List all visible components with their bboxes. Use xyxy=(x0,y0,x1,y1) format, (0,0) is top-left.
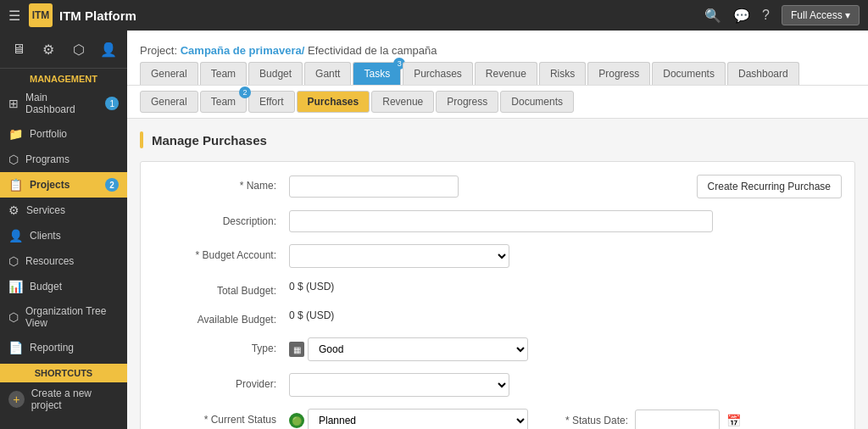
sidebar-label: Projects xyxy=(30,179,70,191)
org-tree-icon: ⬡ xyxy=(8,310,19,324)
type-control: ▦ Good Service xyxy=(289,337,842,361)
sidebar-label: Portfolio xyxy=(30,128,67,140)
sidebar-item-reporting[interactable]: 📄 Reporting xyxy=(0,335,127,360)
name-control: Create Recurring Purchase xyxy=(289,175,842,198)
sidebar-label: Resources xyxy=(25,255,74,267)
description-control xyxy=(289,210,842,232)
sub-tab-team[interactable]: Team 2 xyxy=(200,91,247,113)
tab-general[interactable]: General xyxy=(140,62,198,85)
help-icon[interactable]: ? xyxy=(762,8,770,23)
available-budget-row: Available Budget: 0 $ (USD) xyxy=(153,309,842,326)
create-recurring-button[interactable]: Create Recurring Purchase xyxy=(697,175,842,198)
full-access-button[interactable]: Full Access ▾ xyxy=(782,5,860,25)
sub-tabs: General Team 2 Effort Purchases Revenue … xyxy=(127,86,868,119)
sidebar-label: Organization Tree View xyxy=(25,305,119,329)
project-label: Project: xyxy=(140,44,177,57)
sidebar-label: Programs xyxy=(25,153,70,165)
sub-tab-documents[interactable]: Documents xyxy=(500,91,574,113)
project-sub: Efectividad de la campaña xyxy=(308,44,437,57)
manage-purchases-title: Manage Purchases xyxy=(152,133,267,148)
description-input[interactable] xyxy=(289,210,713,232)
sidebar-item-org-tree[interactable]: ⬡ Organization Tree View xyxy=(0,299,127,335)
sidebar-badge-1: 1 xyxy=(105,97,119,110)
sidebar-item-services[interactable]: ⚙ Services xyxy=(0,198,127,223)
tab-purchases[interactable]: Purchases xyxy=(403,62,473,85)
type-label: Type: xyxy=(153,337,289,354)
main-content: Project: Campaña de primavera/ Efectivid… xyxy=(127,31,868,429)
total-budget-label: Total Budget: xyxy=(153,280,289,297)
status-row: * Current Status 🟢 Planned In Progress D… xyxy=(153,409,842,429)
sidebar-icon-person[interactable]: 👤 xyxy=(97,37,120,61)
title-bar-accent xyxy=(140,131,143,148)
programs-icon: ⬡ xyxy=(8,153,19,166)
available-budget-control: 0 $ (USD) xyxy=(289,309,842,321)
team-badge: 2 xyxy=(239,86,251,98)
sidebar-item-budget[interactable]: 📊 Budget xyxy=(0,274,127,299)
manage-purchases-title-bar: Manage Purchases xyxy=(140,131,855,148)
sub-tab-effort[interactable]: Effort xyxy=(248,91,294,113)
current-status-select[interactable]: Planned In Progress Done xyxy=(308,409,528,429)
provider-select[interactable] xyxy=(289,373,509,397)
description-row: Description: xyxy=(153,210,842,232)
sidebar-section-label: MANAGEMENT xyxy=(0,69,127,86)
sidebar-item-projects[interactable]: 📋 Projects 2 xyxy=(0,172,127,198)
sub-tab-revenue[interactable]: Revenue xyxy=(371,91,434,113)
sidebar-icon-hex[interactable]: ⬡ xyxy=(67,37,91,61)
type-row: Type: ▦ Good Service xyxy=(153,337,842,361)
content-area: Manage Purchases * Name: Create Recurrin… xyxy=(127,119,868,429)
tab-progress[interactable]: Progress xyxy=(587,62,650,85)
topbar: ☰ ITM ITM Platform 🔍 💬 ? Full Access ▾ xyxy=(0,0,868,31)
budget-account-control xyxy=(289,244,842,268)
search-icon[interactable]: 🔍 xyxy=(704,8,721,24)
sidebar-icon-monitor[interactable]: 🖥 xyxy=(7,37,31,61)
tab-tasks[interactable]: Tasks 3 xyxy=(353,62,401,85)
tab-revenue[interactable]: Revenue xyxy=(475,62,537,85)
description-label: Description: xyxy=(153,210,289,227)
calendar-icon[interactable]: 📅 xyxy=(726,414,741,427)
manage-purchases-form: * Name: Create Recurring Purchase Descri… xyxy=(140,161,855,429)
sidebar-item-programs[interactable]: ⬡ Programs xyxy=(0,147,127,172)
tab-gantt[interactable]: Gantt xyxy=(304,62,351,85)
tab-dashboard[interactable]: Dashboard xyxy=(727,62,799,85)
name-input[interactable] xyxy=(289,176,459,198)
sub-tab-general[interactable]: General xyxy=(140,91,198,113)
resources-icon: ⬡ xyxy=(8,254,19,268)
project-title: Project: Campaña de primavera/ Efectivid… xyxy=(140,37,855,62)
sidebar-badge-2: 2 xyxy=(105,178,119,192)
budget-account-select[interactable] xyxy=(289,244,509,268)
budget-account-row: * Budget Account: xyxy=(153,244,842,268)
project-header: Project: Campaña de primavera/ Efectivid… xyxy=(127,31,868,86)
clients-icon: 👤 xyxy=(8,229,23,242)
available-budget-value: 0 $ (USD) xyxy=(289,304,334,321)
projects-icon: 📋 xyxy=(8,178,23,192)
create-project-shortcut[interactable]: + Create a new project xyxy=(0,382,127,416)
provider-control xyxy=(289,373,842,397)
sidebar-item-portfolio[interactable]: 📁 Portfolio xyxy=(0,121,127,147)
available-budget-label: Available Budget: xyxy=(153,309,289,326)
sub-tab-purchases[interactable]: Purchases xyxy=(297,91,370,113)
tab-budget[interactable]: Budget xyxy=(248,62,303,85)
status-date-input[interactable] xyxy=(635,410,720,429)
tab-documents[interactable]: Documents xyxy=(652,62,726,85)
provider-row: Provider: xyxy=(153,373,842,397)
sidebar-label: Budget xyxy=(30,281,62,292)
status-date-label: * Status Date: xyxy=(565,415,628,426)
sidebar-item-resources[interactable]: ⬡ Resources xyxy=(0,248,127,274)
tab-team[interactable]: Team xyxy=(200,62,247,85)
sidebar-label: Reporting xyxy=(30,342,74,354)
sidebar-item-main-dashboard[interactable]: ⊞ Main Dashboard 1 xyxy=(0,86,127,121)
name-row: * Name: Create Recurring Purchase xyxy=(153,175,842,198)
sidebar-item-clients[interactable]: 👤 Clients xyxy=(0,223,127,248)
budget-account-label: * Budget Account: xyxy=(153,244,289,261)
topbar-icons: 🔍 💬 ? Full Access ▾ xyxy=(704,5,860,25)
menu-icon[interactable]: ☰ xyxy=(8,8,20,24)
provider-label: Provider: xyxy=(153,373,289,390)
tab-risks[interactable]: Risks xyxy=(539,62,586,85)
chat-icon[interactable]: 💬 xyxy=(733,8,750,24)
main-tabs: General Team Budget Gantt Tasks 3 Purcha… xyxy=(140,62,855,85)
type-select[interactable]: Good Service xyxy=(308,337,528,361)
name-label: * Name: xyxy=(153,175,289,192)
sidebar-icon-gear[interactable]: ⚙ xyxy=(36,37,60,61)
plus-icon: + xyxy=(8,391,25,408)
sub-tab-progress[interactable]: Progress xyxy=(436,91,498,113)
